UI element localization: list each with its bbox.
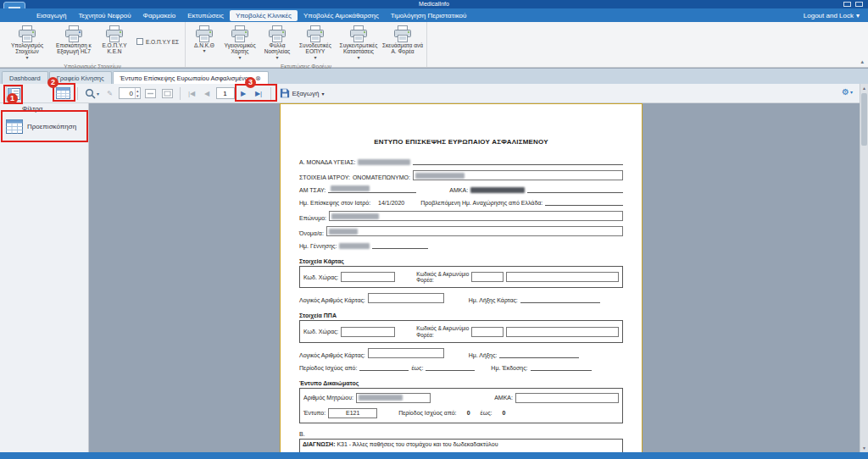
ppa-card-number-label: Λογικός Αριθμός Κάρτας: bbox=[299, 352, 365, 358]
annotation-badge-1: 1 bbox=[7, 93, 18, 104]
toolbar-separator bbox=[77, 87, 78, 100]
card-country-field bbox=[341, 272, 395, 282]
eopyy-accompanying-button[interactable]: Συνοδευτικές ΕΟΠΥΥ ▾ bbox=[295, 23, 336, 61]
scroll-down-icon[interactable]: ▼ bbox=[860, 444, 868, 452]
preview-table-icon bbox=[6, 119, 23, 134]
fit-width-icon[interactable] bbox=[143, 86, 158, 101]
search-icon bbox=[85, 88, 96, 99]
settings-button[interactable]: ⚙ ▾ bbox=[842, 87, 853, 97]
card-number-field bbox=[368, 293, 444, 303]
next-page-button[interactable]: ▶ bbox=[237, 86, 250, 101]
help-icon[interactable] bbox=[843, 2, 851, 7]
am-tsau-label: ΑΜ ΤΣΑΥ: bbox=[299, 187, 326, 193]
field-underline bbox=[372, 241, 428, 249]
ppa-validity-to-label: έως: bbox=[411, 365, 423, 371]
menu-eisagogi[interactable]: Εισαγωγή bbox=[31, 10, 72, 21]
collapse-ribbon-icon[interactable]: ▴ bbox=[860, 58, 864, 65]
entitlement-validity-to-label: έως: bbox=[481, 410, 492, 416]
menu-texnitou-nefrou[interactable]: Τεχνητού Νεφρού bbox=[72, 10, 136, 21]
scrollbar-thumb[interactable] bbox=[861, 93, 867, 146]
menu-ypovoles-klinikes[interactable]: Υποβολές Κλινικές bbox=[230, 10, 298, 21]
chevron-down-icon: ▾ bbox=[275, 55, 278, 61]
surname-field bbox=[329, 211, 623, 221]
prev-page-button[interactable]: ◀ bbox=[201, 86, 214, 101]
window-title: MedicalInfo bbox=[419, 1, 449, 7]
first-page-button[interactable]: |◀ bbox=[186, 86, 198, 101]
chevron-down-icon: ▾ bbox=[314, 55, 316, 61]
export-button[interactable]: Εξαγωγή ▾ bbox=[276, 86, 328, 100]
ribbon: Υπολογισμός Στοιχείων ▾ Επισκόπηση κ Εξα… bbox=[0, 22, 868, 68]
toolbar-separator bbox=[270, 87, 271, 100]
edit-icon[interactable]: ✎ bbox=[103, 86, 116, 101]
redacted-value bbox=[339, 243, 370, 249]
table-icon bbox=[56, 87, 70, 99]
preview-button[interactable]: Προεπισκόπηση bbox=[3, 113, 86, 140]
field-underline bbox=[520, 296, 600, 303]
printer-icon bbox=[105, 25, 124, 42]
diagnosis-box: ΔΙΑΓΝΩΣΗ: Κ31 - Άλλες παθήσεις του στομά… bbox=[299, 439, 623, 452]
summary-statements-button[interactable]: Συγκεντρωτικές Καταστάσεις ▾ bbox=[336, 23, 381, 61]
page-number-input[interactable] bbox=[216, 87, 235, 99]
redacted-value bbox=[358, 159, 410, 165]
preview-toolbar: ▾ ✎ 0 ▴ ▾ |◀ ◀ ▶ ▶| Εξαγωγή ▾ ⚙ ▾ bbox=[0, 84, 860, 103]
form-type-field: E121 bbox=[328, 408, 377, 418]
redacted-value bbox=[331, 185, 370, 191]
entitlement-validity-from-label: Περίοδος Ισχύος από: bbox=[398, 410, 456, 416]
redacted-value bbox=[331, 213, 379, 219]
last-page-button[interactable]: ▶| bbox=[253, 86, 265, 101]
hl7-preview-export-button[interactable]: Επισκόπηση κ Εξαγωγή HL7 bbox=[52, 23, 96, 61]
toolbar-separator bbox=[180, 87, 181, 100]
eopyy-es-checkbox[interactable]: Ε.Ο.Π.Υ.Υ ΕΣ bbox=[133, 23, 182, 61]
fit-width-glyph bbox=[145, 89, 156, 98]
scroll-up-icon[interactable]: ▲ bbox=[860, 84, 868, 92]
dnkth-button[interactable]: Δ.Ν.Κ.Θ ▾ bbox=[188, 23, 220, 61]
field-underline bbox=[413, 158, 623, 165]
window-controls-icon[interactable] bbox=[855, 2, 863, 7]
health-unit-label: Α. ΜΟΝΑΔΑ ΥΓΕΙΑΣ: bbox=[299, 159, 355, 165]
entitlement-validity-to-value: 0 bbox=[494, 410, 513, 416]
form-type-value: E121 bbox=[346, 410, 359, 416]
tab-dashboard[interactable]: Dashboard bbox=[2, 71, 48, 84]
chevron-down-icon: ▾ bbox=[850, 89, 853, 95]
spinner-down-icon[interactable]: ▾ bbox=[136, 93, 140, 98]
health-map-button[interactable]: Υγειονομικός Χάρτης ▾ bbox=[220, 23, 259, 61]
data-view-button[interactable] bbox=[54, 86, 72, 101]
filters-label[interactable]: Φίλτρα bbox=[22, 105, 43, 113]
whole-page-icon[interactable] bbox=[160, 86, 175, 101]
form-page: ΕΝΤΥΠΟ ΕΠΙΣΚΕΨΗΣ ΕΥΡΩΠΑΙΟΥ ΑΣΦΑΛΙΣΜΕΝΟΥ … bbox=[280, 103, 643, 452]
zoom-dropdown-button[interactable]: ▾ bbox=[83, 86, 101, 101]
registry-number-label: Αριθμός Μητρώου: bbox=[303, 395, 353, 401]
entitlement-amka-field bbox=[515, 393, 619, 403]
menu-ektyposeis[interactable]: Εκτυπώσεις bbox=[181, 10, 230, 21]
menu-ypovoles-aimokatharsis[interactable]: Υποβολές Αιμοκάθαρσης bbox=[298, 10, 385, 21]
calc-elements-button[interactable]: Υπολογισμός Στοιχείων ▾ bbox=[3, 23, 52, 61]
diagnosis-label: ΔΙΑΓΝΩΣΗ: bbox=[303, 441, 336, 447]
menu-timologisi-peristatikou[interactable]: Τιμολόγηση Περιστατικού bbox=[385, 10, 473, 21]
chevron-down-icon: ▾ bbox=[856, 12, 860, 19]
entitlement-section-title: Έντυπο Δικαιώματος bbox=[299, 380, 623, 386]
zoom-level-spinner[interactable]: 0 ▴ ▾ bbox=[119, 87, 141, 99]
card-section-title: Στοιχεία Κάρτας bbox=[299, 258, 623, 264]
close-tab-icon[interactable]: ⊗ bbox=[255, 72, 261, 85]
printer-icon bbox=[306, 25, 325, 42]
nursing-sheets-button[interactable]: Φύλλα Νοσηλείας ▾ bbox=[259, 23, 295, 61]
printer-icon bbox=[349, 25, 368, 42]
section-b-label: Β. bbox=[299, 431, 623, 437]
eopyy-ken-button[interactable]: Ε.Ο.Π.Υ.Υ Κ.Ε.Ν bbox=[96, 23, 133, 61]
form-title: ΕΝΤΥΠΟ ΕΠΙΣΚΕΨΗΣ ΕΥΡΩΠΑΙΟΥ ΑΣΦΑΛΙΣΜΕΝΟΥ bbox=[299, 138, 623, 146]
chevron-down-icon: ▾ bbox=[97, 91, 99, 97]
ppa-issue-date-label: Ημ. Έκδοσης: bbox=[491, 365, 527, 371]
zoom-level-value: 0 bbox=[120, 90, 135, 97]
ppa-country-label: Κωδ. Χώρας: bbox=[303, 329, 338, 335]
logout-and-lock-button[interactable]: Logout and Lock ▾ bbox=[804, 12, 868, 19]
am-tsau-field bbox=[328, 185, 416, 193]
vertical-scrollbar[interactable]: ▲ ▼ bbox=[860, 84, 868, 452]
ppa-carrier-name-field bbox=[506, 327, 619, 337]
chevron-down-icon: ▾ bbox=[322, 91, 325, 97]
ribbon-group-calc: Υπολογισμός Στοιχείων ▾ Επισκόπηση κ Εξα… bbox=[0, 22, 186, 67]
redacted-value bbox=[329, 229, 358, 235]
printer-icon bbox=[195, 25, 214, 42]
preparations-per-carrier-button[interactable]: Σκευάσματα ανά Α. Φορέα bbox=[381, 23, 424, 61]
firstname-label: Όνομα/α: bbox=[299, 230, 324, 236]
menu-farmakeio[interactable]: Φαρμακείο bbox=[137, 10, 182, 21]
